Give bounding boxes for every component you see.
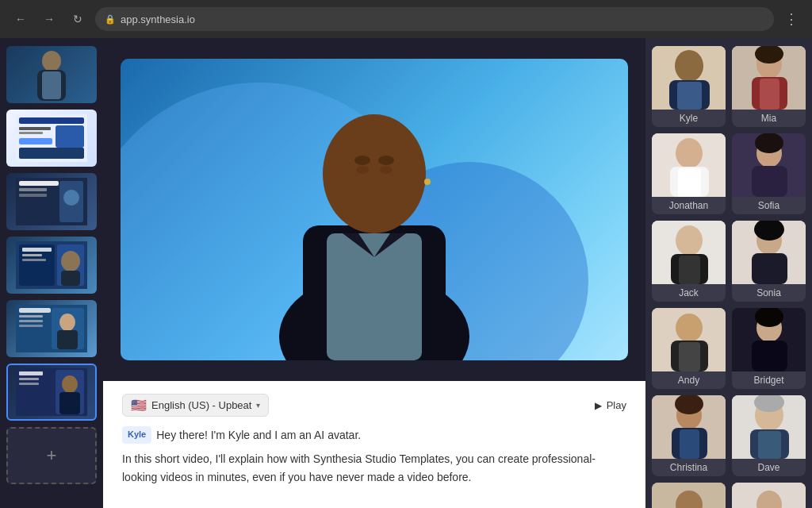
svg-rect-27 [19, 320, 43, 322]
svg-point-61 [676, 138, 703, 168]
svg-point-45 [380, 166, 393, 174]
avatar-row-5: Christina Dave [652, 395, 806, 476]
avatar-row-1: Kyle Mia [652, 46, 806, 127]
avatar-card-kyle[interactable]: Kyle [652, 46, 726, 127]
forward-button[interactable]: → [38, 8, 60, 30]
svg-rect-79 [679, 342, 700, 371]
right-sidebar: Kyle Mia [645, 38, 812, 508]
svg-rect-25 [19, 308, 51, 313]
chevron-down-icon: ▾ [256, 401, 260, 410]
back-button[interactable]: ← [10, 8, 32, 30]
script-toolbar: 🇺🇸 English (US) - Upbeat ▾ ▶ Play [122, 394, 626, 417]
language-selector[interactable]: 🇺🇸 English (US) - Upbeat ▾ [122, 394, 269, 417]
svg-point-69 [676, 225, 703, 256]
play-icon: ▶ [595, 400, 602, 411]
svg-point-37 [62, 375, 78, 393]
avatar-card-dave[interactable]: Dave [732, 395, 806, 476]
add-slide-icon: + [47, 445, 57, 466]
avatar-name-dave: Dave [732, 459, 806, 476]
avatar-row-4: Andy Bridget [652, 308, 806, 389]
language-label: English (US) - Upbeat [151, 399, 251, 411]
svg-rect-71 [679, 256, 700, 284]
avatar-img-andy [652, 308, 726, 371]
speaker-tag: Kyle [122, 426, 151, 444]
svg-point-52 [675, 50, 703, 82]
svg-rect-9 [19, 148, 84, 159]
browser-chrome: ← → ↻ 🔒 app.synthesia.io ⋮ [0, 0, 812, 38]
slide-thumb-4[interactable] [6, 237, 97, 294]
avatar-row-2: Jonathan Sofia [652, 133, 806, 214]
svg-rect-87 [680, 429, 699, 459]
svg-rect-18 [22, 248, 52, 252]
avatar-card-sofia[interactable]: Sofia [732, 133, 806, 214]
avatar-img-mia [732, 46, 806, 110]
avatar-card-christina[interactable]: Christina [652, 395, 726, 476]
svg-rect-66 [752, 166, 787, 197]
lock-icon: 🔒 [105, 14, 116, 25]
left-sidebar: + [0, 38, 103, 508]
avatar-card-sonia[interactable]: Sonia [732, 221, 806, 302]
flag-icon: 🇺🇸 [131, 398, 147, 413]
svg-rect-12 [19, 188, 47, 191]
svg-rect-20 [22, 259, 46, 261]
avatar-card-jonathan[interactable]: Jonathan [652, 133, 726, 214]
svg-rect-2 [42, 71, 61, 99]
slide-thumb-6[interactable] [6, 364, 97, 421]
address-bar[interactable]: 🔒 app.synthesia.io [95, 7, 774, 31]
avatar-img-extra1 [652, 483, 726, 508]
avatar-card-extra2[interactable] [732, 483, 806, 508]
add-slide-button[interactable]: + [6, 427, 97, 484]
svg-point-43 [323, 114, 426, 233]
svg-rect-23 [61, 271, 80, 286]
reload-button[interactable]: ↻ [67, 8, 89, 30]
avatar-img-sofia [732, 133, 806, 197]
svg-rect-19 [22, 254, 42, 256]
svg-point-0 [42, 51, 61, 71]
svg-rect-58 [760, 79, 779, 110]
play-button[interactable]: ▶ Play [595, 399, 626, 411]
svg-point-46 [424, 179, 431, 185]
browser-menu-button[interactable]: ⋮ [780, 8, 802, 30]
avatar-name-mia: Mia [732, 110, 806, 127]
avatar-img-bridget [732, 308, 806, 371]
avatar-card-bridget[interactable]: Bridget [732, 308, 806, 389]
avatar-name-bridget: Bridget [732, 371, 806, 389]
script-line-1-text: Hey there! I'm Kyle and I am an AI avata… [156, 426, 361, 444]
svg-rect-41 [327, 233, 422, 360]
video-area [103, 38, 645, 381]
script-area: 🇺🇸 English (US) - Upbeat ▾ ▶ Play Kyle H… [103, 381, 645, 508]
avatar-card-jack[interactable]: Jack [652, 221, 726, 302]
avatar-row-3: Jack Sonia [652, 221, 806, 302]
play-label: Play [607, 399, 626, 411]
avatar-name-jonathan: Jonathan [652, 197, 726, 214]
avatar-card-extra1[interactable] [652, 483, 726, 508]
svg-point-44 [356, 166, 369, 174]
svg-point-48 [378, 156, 394, 165]
slide-thumb-1[interactable] [6, 46, 97, 103]
app-body: + [0, 38, 812, 508]
avatar-img-christina [652, 395, 726, 459]
avatar-img-sonia [732, 221, 806, 284]
svg-rect-11 [19, 181, 59, 186]
svg-rect-4 [19, 117, 84, 124]
avatar-name-andy: Andy [652, 371, 726, 389]
script-text: Kyle Hey there! I'm Kyle and I am an AI … [122, 426, 626, 486]
svg-rect-35 [19, 383, 39, 385]
avatar-card-mia[interactable]: Mia [732, 46, 806, 127]
slide-thumb-5[interactable] [6, 300, 97, 357]
slide-thumb-2[interactable] [6, 110, 97, 167]
svg-rect-13 [19, 194, 47, 197]
avatar-card-andy[interactable]: Andy [652, 308, 726, 389]
svg-rect-5 [19, 127, 51, 130]
slide-thumb-3[interactable] [6, 173, 97, 230]
avatar-name-kyle: Kyle [652, 110, 726, 127]
svg-point-15 [63, 190, 79, 206]
svg-rect-38 [59, 392, 80, 414]
url-text: app.synthesia.io [121, 13, 195, 25]
svg-point-67 [755, 133, 783, 153]
svg-rect-54 [677, 82, 702, 110]
script-line-2-text: In this short video, I'll explain how wi… [122, 450, 626, 486]
video-preview [121, 59, 628, 360]
svg-point-22 [61, 251, 80, 271]
svg-rect-6 [19, 132, 43, 134]
